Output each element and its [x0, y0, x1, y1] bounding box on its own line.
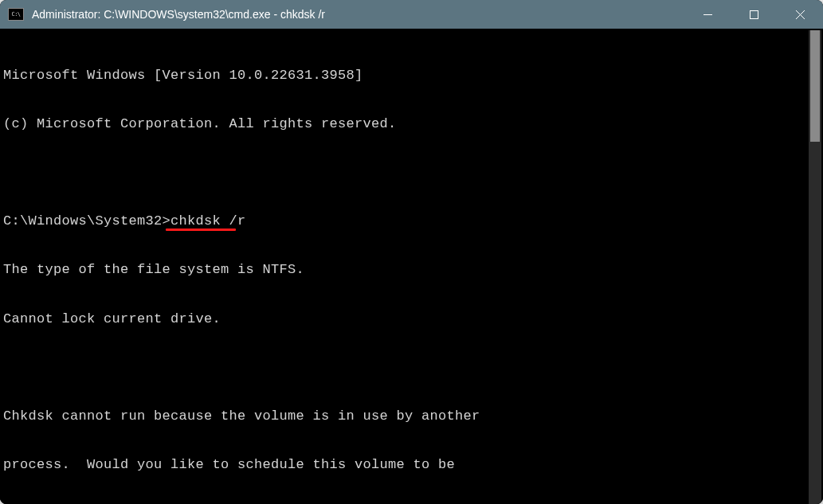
maximize-icon [750, 10, 758, 19]
output-line: Chkdsk cannot run because the volume is … [3, 408, 807, 424]
prompt-text: C:\Windows\System32> [3, 213, 170, 229]
command-text: chkdsk /r [170, 213, 246, 229]
cmd-icon: C:\ [8, 8, 24, 21]
cmd-window: C:\ Administrator: C:\WINDOWS\system32\c… [0, 0, 823, 504]
output-line: Microsoft Windows [Version 10.0.22631.39… [3, 68, 807, 84]
titlebar[interactable]: C:\ Administrator: C:\WINDOWS\system32\c… [0, 0, 823, 29]
cmd-icon-label: C:\ [11, 11, 20, 18]
output-line: process. Would you like to schedule this… [3, 457, 807, 473]
output-line: (c) Microsoft Corporation. All rights re… [3, 116, 807, 132]
maximize-button[interactable] [731, 0, 777, 29]
close-icon [796, 10, 805, 19]
blank-line [3, 165, 807, 181]
blank-line [3, 360, 807, 376]
vertical-scrollbar[interactable] [809, 30, 821, 504]
output-line: Cannot lock current drive. [3, 311, 807, 327]
terminal-output[interactable]: Microsoft Windows [Version 10.0.22631.39… [0, 29, 809, 504]
prompt-line: C:\Windows\System32>chkdsk /r [3, 213, 807, 229]
svg-rect-1 [750, 10, 758, 18]
minimize-button[interactable] [684, 0, 731, 29]
window-controls [684, 0, 823, 29]
scrollbar-thumb[interactable] [810, 30, 820, 142]
output-line: The type of the file system is NTFS. [3, 262, 807, 278]
window-title: Administrator: C:\WINDOWS\system32\cmd.e… [32, 8, 684, 21]
close-button[interactable] [777, 0, 823, 29]
terminal-wrapper: Microsoft Windows [Version 10.0.22631.39… [0, 29, 823, 504]
command-underline-annotation [166, 229, 236, 231]
minimize-icon [703, 10, 712, 19]
